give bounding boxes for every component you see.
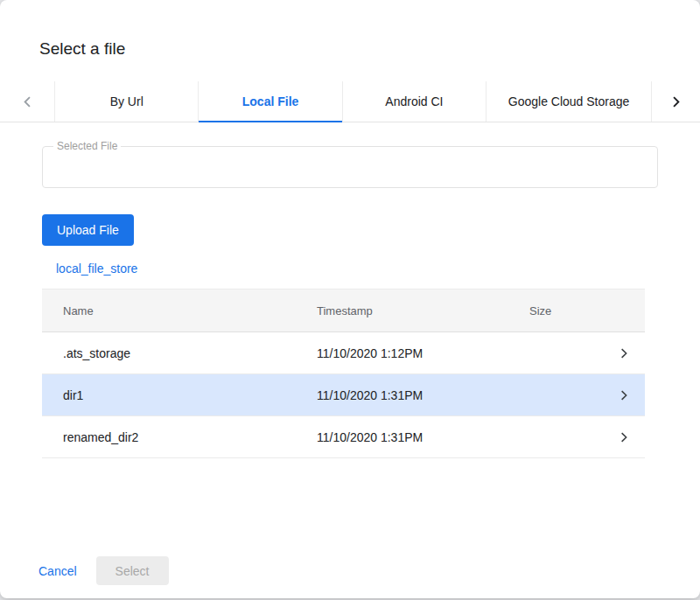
upload-file-button[interactable]: Upload File bbox=[42, 214, 134, 246]
table-row-renamed-dir2[interactable]: renamed_dir2 11/10/2020 1:31PM bbox=[42, 416, 645, 458]
file-table: Name Timestamp Size .ats_storage 11/10/2… bbox=[42, 289, 645, 458]
dialog-title: Select a file bbox=[0, 0, 700, 59]
tab-android-ci[interactable]: Android CI bbox=[342, 81, 486, 122]
row-name: .ats_storage bbox=[42, 346, 317, 360]
selected-file-field: Selected File bbox=[42, 146, 658, 188]
chevron-right-icon bbox=[618, 389, 630, 401]
tab-by-url[interactable]: By Url bbox=[54, 81, 198, 122]
select-file-dialog: Select a file By Url Local File Android … bbox=[0, 0, 700, 598]
tab-label: Android CI bbox=[385, 94, 443, 108]
selected-file-field-label: Selected File bbox=[53, 140, 121, 152]
select-button[interactable]: Select bbox=[96, 556, 169, 585]
row-timestamp: 11/10/2020 1:12PM bbox=[317, 346, 529, 360]
tab-local-file[interactable]: Local File bbox=[198, 81, 341, 122]
chevron-right-icon bbox=[618, 431, 630, 443]
breadcrumb-local-file-store[interactable]: local_file_store bbox=[56, 262, 137, 276]
row-chevron-cell bbox=[603, 347, 645, 359]
cancel-button[interactable]: Cancel bbox=[32, 557, 84, 585]
tab-google-cloud-storage[interactable]: Google Cloud Storage bbox=[486, 81, 651, 122]
table-row-dir1[interactable]: dir1 11/10/2020 1:31PM bbox=[42, 374, 645, 416]
column-header-name: Name bbox=[42, 304, 317, 317]
tab-label: By Url bbox=[110, 94, 144, 108]
tabs-scroll-right-button[interactable] bbox=[651, 81, 700, 122]
tab-bar: By Url Local File Android CI Google Clou… bbox=[0, 81, 700, 122]
table-row-ats-storage[interactable]: .ats_storage 11/10/2020 1:12PM bbox=[42, 332, 645, 374]
row-timestamp: 11/10/2020 1:31PM bbox=[317, 388, 529, 402]
column-header-size: Size bbox=[529, 304, 603, 317]
tab-label: Google Cloud Storage bbox=[508, 94, 630, 108]
chevron-right-icon bbox=[618, 347, 630, 359]
row-timestamp: 11/10/2020 1:31PM bbox=[317, 430, 529, 444]
column-header-timestamp: Timestamp bbox=[317, 304, 529, 317]
selected-file-input[interactable] bbox=[43, 147, 657, 187]
breadcrumb-row: local_file_store bbox=[56, 261, 700, 276]
tabs-scroll-left-button[interactable] bbox=[0, 81, 54, 122]
row-chevron-cell bbox=[603, 389, 645, 401]
dialog-actions: Cancel Select bbox=[32, 556, 700, 585]
row-name: dir1 bbox=[42, 388, 317, 402]
chevron-right-icon bbox=[668, 94, 683, 109]
row-chevron-cell bbox=[603, 431, 645, 443]
tab-list: By Url Local File Android CI Google Clou… bbox=[54, 81, 651, 122]
tab-label: Local File bbox=[242, 94, 299, 108]
table-header-row: Name Timestamp Size bbox=[42, 289, 645, 332]
chevron-left-icon bbox=[20, 94, 35, 109]
row-name: renamed_dir2 bbox=[42, 430, 317, 444]
